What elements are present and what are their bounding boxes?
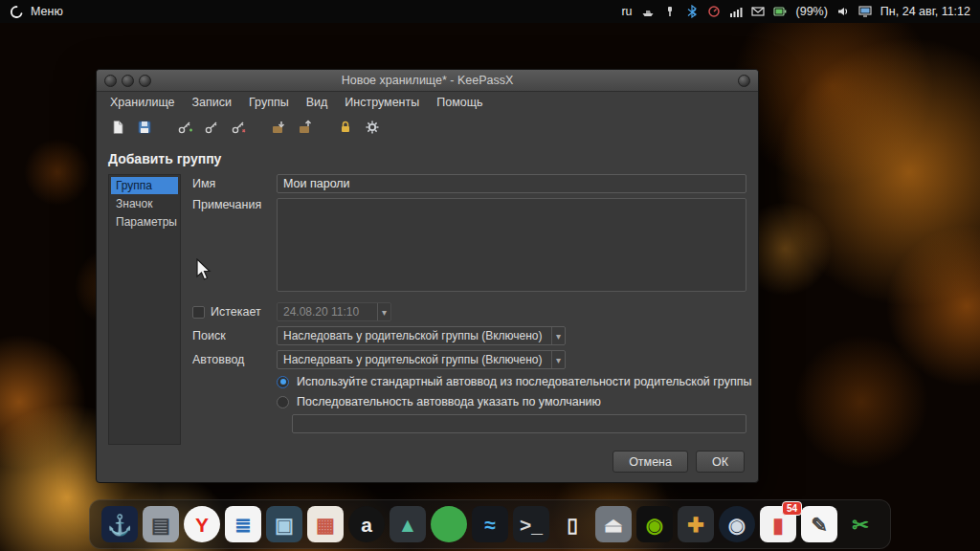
chevron-down-icon: ▾	[551, 351, 565, 368]
search-select[interactable]: Наследовать у родительской группы (Включ…	[277, 326, 566, 345]
settings-gear-icon[interactable]	[361, 116, 384, 139]
menu-label: Меню	[31, 5, 63, 18]
key-new-icon[interactable]	[173, 116, 196, 139]
name-input[interactable]	[277, 174, 746, 193]
dock-item-writer[interactable]: ≣	[225, 506, 261, 542]
mail-icon[interactable]	[751, 5, 765, 18]
new-database-icon[interactable]	[106, 116, 129, 139]
photos-icon: ▦	[316, 515, 335, 535]
expires-datetime-select: 24.08.20 11:10 ▾	[277, 302, 391, 321]
bluetooth-icon[interactable]	[685, 5, 699, 18]
window-controls-right	[683, 75, 750, 87]
search-label: Поиск	[192, 329, 269, 342]
display-icon[interactable]	[858, 5, 872, 18]
save-database-icon[interactable]	[133, 116, 156, 139]
expires-label: Истекает	[211, 305, 261, 319]
autotype-inherit-label: Используйте стандартный автоввод из посл…	[297, 375, 751, 388]
window-maximize-button[interactable]	[139, 75, 151, 87]
window-controls-left	[104, 75, 171, 87]
cancel-button[interactable]: Отмена	[612, 451, 688, 473]
autotype-select-value: Наследовать у родительской группы (Включ…	[283, 353, 543, 366]
writer-icon: ≣	[234, 515, 252, 535]
autotype-select[interactable]: Наследовать у родительской группы (Включ…	[277, 350, 566, 369]
custom-sequence-input[interactable]	[292, 414, 746, 433]
menubar-item-2[interactable]: Группы	[240, 94, 298, 111]
dock-item-anchor-app[interactable]: ⚓	[101, 506, 138, 542]
dock-item-terminal[interactable]: >_	[513, 506, 549, 542]
boat-icon[interactable]	[641, 5, 655, 18]
group-dialog-sidebar: ГруппаЗначокПараметры	[108, 174, 181, 445]
autotype-custom-label: Последовательность автоввода указать по …	[297, 395, 601, 408]
gauge-icon[interactable]	[707, 5, 721, 18]
usb-icon[interactable]	[663, 5, 677, 18]
dock-item-image-viewer[interactable]: ▲	[390, 506, 426, 542]
key-edit-icon[interactable]	[227, 116, 250, 139]
cylinder-app-icon: ▯	[567, 515, 578, 535]
search-select-value: Наследовать у родительской группы (Включ…	[283, 329, 543, 342]
autotype-inherit-radio[interactable]	[277, 376, 289, 388]
window-minimize-button[interactable]	[122, 75, 134, 87]
notes-textarea[interactable]	[277, 198, 746, 292]
menu-button[interactable]: Меню	[10, 5, 63, 19]
dock-item-thermometer[interactable]: ▮54	[760, 506, 796, 542]
system-monitor-icon: ≈	[484, 515, 496, 535]
lock-icon[interactable]	[334, 116, 357, 139]
sidebar-item-0[interactable]: Группа	[111, 177, 178, 194]
sidebar-item-2[interactable]: Параметры	[111, 213, 178, 231]
dock-item-yandex-browser[interactable]: Y	[184, 506, 220, 542]
battery-icon[interactable]	[773, 5, 788, 18]
name-label: Имя	[192, 177, 269, 190]
autotype-custom-radio[interactable]	[277, 396, 289, 408]
clock[interactable]: Пн, 24 авг, 11:12	[880, 5, 970, 18]
dock-item-file-manager[interactable]: ▤	[143, 506, 179, 542]
menubar-item-5[interactable]: Помощь	[428, 94, 491, 111]
keyboard-layout-indicator[interactable]: ru	[621, 5, 632, 18]
media-eject-icon: ⏏	[604, 515, 623, 535]
driver-manager-icon: ✚	[687, 515, 704, 535]
menubar-item-4[interactable]: Инструменты	[336, 94, 428, 111]
file-manager-icon: ▤	[151, 515, 170, 535]
signal-icon[interactable]	[729, 5, 743, 18]
top-panel: Меню ru (99%)	[0, 0, 980, 23]
import-icon[interactable]	[267, 116, 290, 139]
sidebar-item-1[interactable]: Значок	[111, 195, 178, 212]
dock-item-steam[interactable]: ◉	[719, 506, 755, 542]
keepassx-window: Новое хранилище* - KeePassX ХранилищеЗап…	[96, 69, 759, 483]
yandex-browser-icon: Y	[195, 515, 209, 535]
nvidia-settings-icon: ◉	[646, 515, 663, 535]
a-app-icon: a	[361, 515, 372, 535]
window-menu-button[interactable]	[104, 75, 117, 87]
dock-item-green-ball[interactable]	[431, 506, 467, 542]
dock-item-cut-tool[interactable]: ✂	[842, 506, 879, 542]
dock: ⚓▤Y≣▣▦a▲≈>_▯⏏◉✚◉▮54✎✂	[89, 499, 891, 549]
key-open-icon[interactable]	[200, 116, 223, 139]
ok-button[interactable]: ОК	[696, 451, 745, 473]
dock-item-media-eject[interactable]: ⏏	[595, 506, 632, 542]
expires-checkbox[interactable]	[192, 306, 205, 319]
volume-icon[interactable]	[836, 5, 850, 18]
export-icon[interactable]	[294, 116, 317, 139]
dialog-heading: Добавить группу	[97, 142, 758, 174]
toolbar	[97, 113, 758, 142]
image-viewer-icon: ▲	[398, 515, 418, 535]
dock-item-cylinder-app[interactable]: ▯	[554, 506, 590, 542]
terminal-icon: >_	[520, 515, 543, 535]
window-close-button[interactable]	[738, 75, 750, 87]
menubar-item-0[interactable]: Хранилище	[101, 94, 184, 111]
anchor-app-icon: ⚓	[107, 515, 132, 535]
dock-item-photos[interactable]: ▦	[307, 506, 344, 542]
dock-item-nvidia-settings[interactable]: ◉	[636, 506, 673, 542]
dock-item-notes[interactable]: ✎	[801, 506, 837, 542]
distro-logo-icon	[10, 5, 24, 19]
battery-percentage: (99%)	[796, 5, 828, 18]
dock-item-office-app[interactable]: ▣	[266, 506, 302, 542]
dock-item-driver-manager[interactable]: ✚	[678, 506, 714, 542]
dock-item-a-app[interactable]: a	[348, 506, 385, 542]
dock-item-system-monitor[interactable]: ≈	[472, 506, 508, 542]
notes-icon: ✎	[811, 515, 828, 535]
thermometer-icon: ▮	[772, 515, 784, 535]
system-tray: ru (99%)	[621, 5, 970, 18]
menubar-item-3[interactable]: Вид	[298, 94, 337, 111]
titlebar[interactable]: Новое хранилище* - KeePassX	[97, 70, 758, 92]
menubar-item-1[interactable]: Записи	[184, 94, 241, 111]
